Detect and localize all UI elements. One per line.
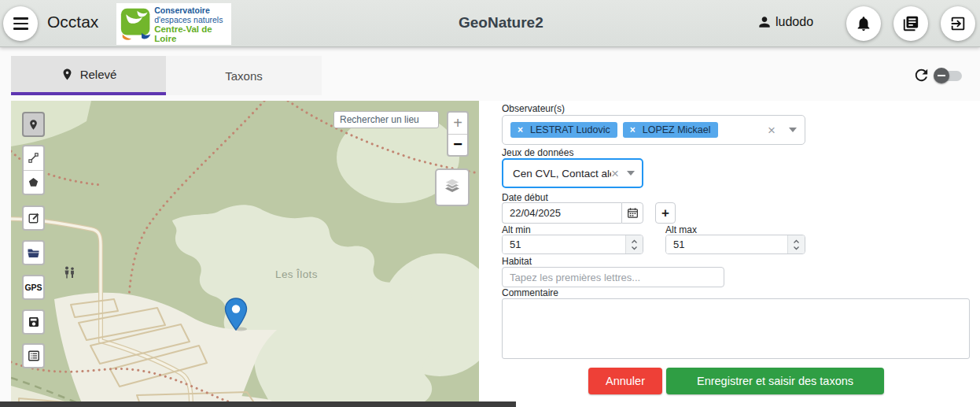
edit-icon xyxy=(28,212,40,224)
observers-select[interactable]: × LESTRAT Ludovic × LOPEZ Mickael × xyxy=(502,115,805,145)
comment-textarea[interactable] xyxy=(502,298,970,359)
cancel-button[interactable]: Annuler xyxy=(588,368,662,394)
observers-caret-icon[interactable] xyxy=(789,128,797,132)
date-label: Date début xyxy=(502,192,548,203)
hamburger-icon xyxy=(13,17,28,30)
username: ludodo xyxy=(776,15,813,29)
user-menu[interactable]: ludodo xyxy=(757,14,813,30)
habitat-input[interactable] xyxy=(502,267,724,287)
alt-min-label: Alt min xyxy=(502,224,531,235)
map-panel: GPS + − Les Îlots xyxy=(11,101,479,407)
bottom-bar xyxy=(0,401,516,407)
releve-list-button[interactable] xyxy=(893,6,928,41)
logo-line3: Centre-Val de Loire xyxy=(154,24,228,43)
dataset-caret-icon[interactable] xyxy=(627,171,635,176)
marker-icon xyxy=(28,119,39,131)
alt-min-input[interactable] xyxy=(503,235,625,253)
calendar-button[interactable] xyxy=(621,202,643,224)
cen-logo-icon xyxy=(120,6,152,43)
save-and-add-taxons-button[interactable]: Enregistrer et saisir des taxons xyxy=(666,368,884,394)
logout-button[interactable] xyxy=(941,6,975,41)
observer-chip[interactable]: × LOPEZ Mickael xyxy=(623,122,718,138)
zoom-control: + − xyxy=(447,111,469,157)
bell-icon xyxy=(855,15,872,32)
polygon-icon xyxy=(28,176,39,188)
app-header: Occtax Conservatoire d'espaces naturels … xyxy=(0,0,980,47)
alt-min-stepper[interactable] xyxy=(625,235,643,253)
alt-min-field xyxy=(502,235,643,254)
people-map-icon xyxy=(63,266,76,280)
dataset-label: Jeux de données xyxy=(502,147,573,158)
map-marker-pin[interactable] xyxy=(224,298,248,331)
calendar-icon xyxy=(627,207,639,219)
alt-max-label: Alt max xyxy=(665,224,697,235)
toggle-knob-minus-icon[interactable] xyxy=(934,68,949,83)
observer-chip-label: LESTRAT Ludovic xyxy=(530,124,610,135)
stepper-chevrons-icon xyxy=(793,239,800,250)
add-date-button[interactable]: + xyxy=(655,202,676,224)
map-place-label: Les Îlots xyxy=(275,268,318,280)
logout-icon xyxy=(949,15,967,32)
map-visibility-toggle[interactable] xyxy=(934,67,963,84)
stepper-chevrons-icon xyxy=(631,239,638,250)
logo-line2: d'espaces naturels xyxy=(154,15,228,24)
tab-taxons[interactable]: Taxons xyxy=(166,56,322,95)
person-icon xyxy=(757,14,772,30)
logo-line1: Conservatoire xyxy=(154,6,228,15)
observers-clear-icon[interactable]: × xyxy=(768,124,776,137)
chip-remove-icon[interactable]: × xyxy=(518,125,523,135)
habitat-label: Habitat xyxy=(502,256,532,267)
list-icon xyxy=(28,350,40,362)
refresh-icon xyxy=(912,66,930,84)
observer-chip-label: LOPEZ Mickael xyxy=(643,124,711,135)
search-place-input[interactable] xyxy=(333,111,439,128)
zoom-in-button[interactable]: + xyxy=(448,113,467,135)
tab-releve-label: Relevé xyxy=(80,68,117,81)
layers-control[interactable] xyxy=(435,168,470,206)
gps-button[interactable]: GPS xyxy=(22,275,45,300)
app-title: Occtax xyxy=(47,13,98,31)
alt-max-input[interactable] xyxy=(666,235,787,253)
map-canvas[interactable] xyxy=(11,101,479,407)
floppy-save-icon xyxy=(28,316,40,328)
draw-marker-button[interactable] xyxy=(22,112,45,137)
menu-button[interactable] xyxy=(3,6,38,41)
releve-form: Observateur(s) × LESTRAT Ludovic × LOPEZ… xyxy=(479,101,980,407)
observers-label: Observateur(s) xyxy=(502,103,565,114)
alt-max-stepper[interactable] xyxy=(787,235,805,253)
zoom-out-button[interactable]: − xyxy=(448,135,467,156)
dataset-value: Cen CVL, Contact alé... xyxy=(513,168,611,179)
page-title: GeoNature2 xyxy=(459,14,543,31)
draw-polyline-button[interactable] xyxy=(24,146,43,171)
folder-icon xyxy=(27,247,40,259)
chip-remove-icon[interactable]: × xyxy=(630,125,636,135)
refresh-button[interactable] xyxy=(911,66,931,87)
open-folder-button[interactable] xyxy=(22,240,45,265)
draw-tools-group xyxy=(22,145,45,195)
save-geometry-button[interactable] xyxy=(22,309,45,335)
dataset-clear-icon[interactable]: × xyxy=(611,167,619,180)
releve-items-list-button[interactable] xyxy=(22,343,45,368)
gps-label: GPS xyxy=(24,283,42,292)
date-input[interactable] xyxy=(502,202,621,224)
tab-releve[interactable]: Relevé xyxy=(11,56,166,95)
dataset-select[interactable]: Cen CVL, Contact alé... × xyxy=(502,158,643,188)
observer-chip[interactable]: × LESTRAT Ludovic xyxy=(510,122,617,138)
date-input-group xyxy=(502,202,643,224)
alt-max-field xyxy=(665,235,805,254)
cen-logo: Conservatoire d'espaces naturels Centre-… xyxy=(116,3,231,45)
tab-taxons-label: Taxons xyxy=(225,69,263,83)
map-pin-icon xyxy=(61,68,74,81)
polyline-icon xyxy=(28,152,39,164)
draw-polygon-button[interactable] xyxy=(24,171,43,194)
comment-label: Commentaire xyxy=(502,287,558,298)
notifications-button[interactable] xyxy=(846,6,881,41)
documents-icon xyxy=(902,15,919,32)
edit-geometry-button[interactable] xyxy=(22,205,45,231)
layers-icon xyxy=(442,177,462,198)
